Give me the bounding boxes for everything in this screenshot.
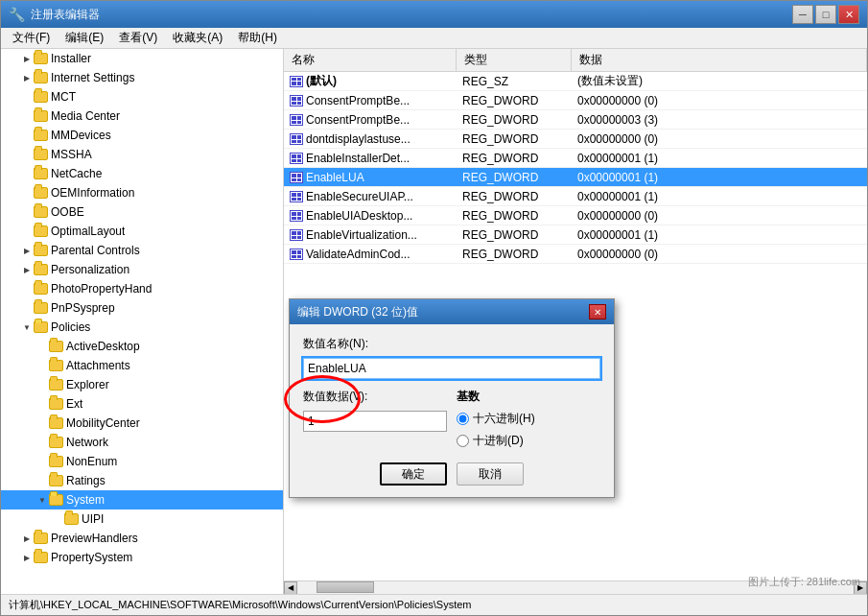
tree-item[interactable]: ActiveDesktop — [1, 337, 283, 356]
scroll-left-btn[interactable]: ◀ — [284, 581, 297, 595]
menu-file[interactable]: 文件(F) — [5, 28, 58, 48]
registry-tree[interactable]: ▶Installer▶Internet Settings MCT Media C… — [1, 49, 284, 594]
tree-item[interactable]: Network — [1, 433, 283, 452]
folder-icon — [49, 398, 63, 410]
tree-item[interactable]: ▶Internet Settings — [1, 68, 283, 87]
tree-item[interactable]: Attachments — [1, 356, 283, 375]
menu-help[interactable]: 帮助(H) — [230, 28, 285, 48]
tree-item[interactable]: NetCache — [1, 164, 283, 183]
tree-arrow-icon[interactable]: ▶ — [20, 71, 34, 84]
tree-item[interactable]: Media Center — [1, 107, 283, 126]
col-header-name[interactable]: 名称 — [284, 49, 457, 71]
tree-arrow-icon[interactable] — [35, 378, 49, 391]
tree-arrow-icon[interactable] — [35, 416, 49, 430]
tree-arrow-icon[interactable]: ▶ — [20, 244, 34, 257]
hex-radio[interactable] — [457, 413, 469, 425]
reg-value-icon — [290, 190, 306, 203]
dialog-cancel-button[interactable]: 取消 — [457, 462, 524, 486]
table-row[interactable]: EnableInstallerDet...REG_DWORD0x00000001… — [284, 149, 867, 168]
tree-item[interactable]: ▶PreviewHandlers — [1, 529, 283, 548]
tree-arrow-icon[interactable]: ▶ — [20, 263, 34, 276]
table-row[interactable]: (默认)REG_SZ(数值未设置) — [284, 72, 867, 91]
tree-item[interactable]: NonEnum — [1, 452, 283, 471]
table-row[interactable]: dontdisplaylastuse...REG_DWORD0x00000000… — [284, 130, 867, 149]
cell-name-text: EnableSecureUIAP... — [306, 190, 413, 203]
tree-arrow-icon[interactable] — [51, 512, 64, 526]
dialog-close-button[interactable]: ✕ — [589, 304, 606, 320]
tree-arrow-icon[interactable] — [35, 397, 49, 411]
maximize-button[interactable]: □ — [815, 5, 836, 24]
tree-item[interactable]: UIPI — [1, 509, 283, 529]
tree-arrow-icon[interactable] — [35, 340, 49, 353]
menu-edit[interactable]: 编辑(E) — [58, 28, 111, 48]
col-header-type[interactable]: 类型 — [457, 49, 572, 71]
tree-item[interactable]: ▶Parental Controls — [1, 241, 283, 260]
tree-item[interactable]: ▶Personalization — [1, 260, 283, 279]
table-header: 名称 类型 数据 — [284, 49, 867, 72]
dialog-name-label: 数值名称(N): — [303, 336, 600, 352]
tree-arrow-icon[interactable]: ▶ — [20, 52, 34, 65]
tree-arrow-icon[interactable] — [20, 148, 34, 161]
tree-arrow-icon[interactable] — [20, 129, 34, 142]
dec-radio-option[interactable]: 十进制(D) — [457, 433, 600, 449]
dialog-buttons: 确定 取消 — [303, 462, 600, 486]
tree-arrow-icon[interactable] — [35, 455, 49, 468]
tree-item[interactable]: Ext — [1, 394, 283, 414]
menu-view[interactable]: 查看(V) — [111, 28, 165, 48]
tree-arrow-icon[interactable] — [20, 186, 34, 200]
tree-item[interactable]: MobilityCenter — [1, 414, 283, 433]
hscroll-thumb[interactable] — [317, 581, 374, 593]
tree-item[interactable]: ▶PropertySystem — [1, 548, 283, 567]
tree-item[interactable]: OptimalLayout — [1, 222, 283, 241]
tree-arrow-icon[interactable] — [20, 205, 34, 219]
close-button[interactable]: ✕ — [838, 5, 859, 24]
reg-value-icon — [290, 248, 306, 261]
table-row[interactable]: EnableVirtualization...REG_DWORD0x000000… — [284, 225, 867, 245]
dialog-ok-button[interactable]: 确定 — [380, 462, 447, 486]
tree-item[interactable]: ▶Installer — [1, 49, 283, 68]
col-header-data[interactable]: 数据 — [572, 49, 867, 71]
tree-item[interactable]: OEMInformation — [1, 183, 283, 202]
hex-radio-option[interactable]: 十六进制(H) — [457, 411, 600, 427]
tree-item[interactable]: ▼Policies — [1, 318, 283, 337]
tree-item[interactable]: MSSHA — [1, 145, 283, 164]
tree-item[interactable]: MMDevices — [1, 126, 283, 145]
tree-item[interactable]: MCT — [1, 87, 283, 107]
table-row[interactable]: ConsentPromptBe...REG_DWORD0x00000000 (0… — [284, 91, 867, 110]
tree-arrow-icon[interactable]: ▼ — [20, 320, 34, 334]
dialog-data-input[interactable] — [303, 411, 447, 432]
cell-type: REG_SZ — [457, 73, 572, 90]
table-row[interactable]: ValidateAdminCod...REG_DWORD0x00000000 (… — [284, 245, 867, 264]
tree-arrow-icon[interactable] — [35, 359, 49, 372]
tree-arrow-icon[interactable]: ▶ — [20, 532, 34, 545]
tree-item[interactable]: ▼System — [1, 490, 283, 509]
tree-arrow-icon[interactable] — [20, 225, 34, 238]
tree-arrow-icon[interactable] — [20, 167, 34, 180]
table-row[interactable]: EnableSecureUIAP...REG_DWORD0x00000001 (… — [284, 187, 867, 206]
cell-name-text: (默认) — [306, 74, 337, 87]
tree-arrow-icon[interactable]: ▼ — [35, 493, 49, 507]
table-row[interactable]: EnableLUAREG_DWORD0x00000001 (1) — [284, 168, 867, 187]
tree-item[interactable]: PnPSysprep — [1, 298, 283, 318]
menu-favorites[interactable]: 收藏夹(A) — [165, 28, 230, 48]
tree-item[interactable]: Ratings — [1, 471, 283, 490]
tree-arrow-icon[interactable] — [20, 282, 34, 296]
tree-arrow-icon[interactable] — [35, 474, 49, 487]
menu-bar: 文件(F) 编辑(E) 查看(V) 收藏夹(A) 帮助(H) — [1, 28, 867, 49]
tree-arrow-icon[interactable]: ▶ — [20, 551, 34, 564]
table-row[interactable]: EnableUIADesktop...REG_DWORD0x00000000 (… — [284, 206, 867, 225]
folder-icon — [49, 456, 63, 467]
cell-type: REG_DWORD — [457, 207, 572, 225]
tree-arrow-icon[interactable] — [20, 109, 34, 123]
tree-arrow-icon[interactable] — [20, 90, 34, 104]
reg-value-icon — [290, 113, 306, 127]
dialog-name-input[interactable] — [303, 358, 600, 379]
tree-item[interactable]: PhotoPropertyHand — [1, 279, 283, 298]
tree-item[interactable]: OOBE — [1, 202, 283, 222]
tree-item[interactable]: Explorer — [1, 375, 283, 394]
tree-arrow-icon[interactable] — [35, 436, 49, 449]
dec-radio[interactable] — [457, 435, 469, 447]
table-row[interactable]: ConsentPromptBe...REG_DWORD0x00000003 (3… — [284, 110, 867, 130]
minimize-button[interactable]: ─ — [792, 5, 813, 24]
tree-arrow-icon[interactable] — [20, 301, 34, 315]
